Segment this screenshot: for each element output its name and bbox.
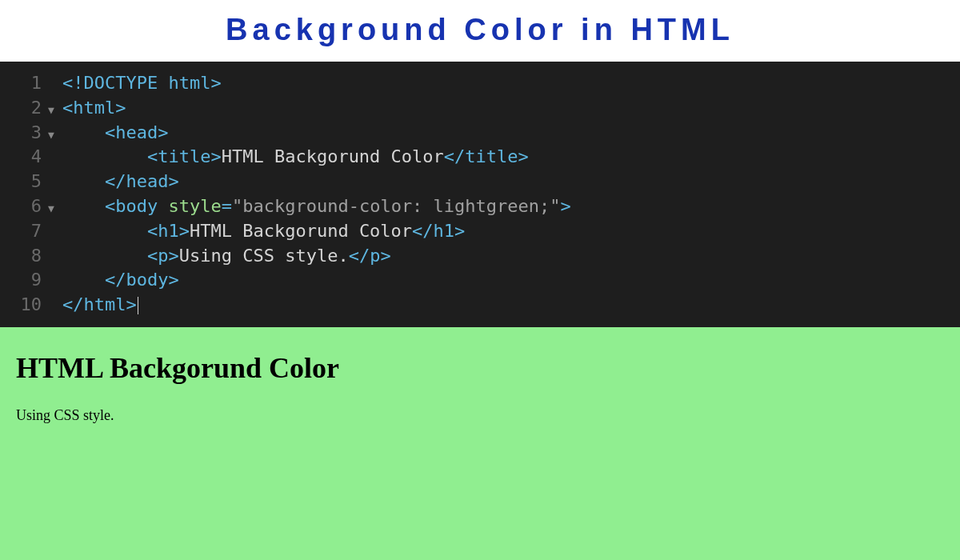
line-number: 10 <box>0 293 48 318</box>
code-line[interactable]: 8 <p>Using CSS style.</p> <box>0 244 960 269</box>
code-line[interactable]: 1<!DOCTYPE html> <box>0 71 960 96</box>
line-number: 1 <box>0 71 48 96</box>
code-content[interactable]: <h1>HTML Backgorund Color</h1> <box>62 219 465 244</box>
rendered-preview: HTML Backgorund Color Using CSS style. <box>0 327 960 560</box>
fold-icon[interactable]: ▼ <box>48 128 62 142</box>
line-number: 8 <box>0 244 48 269</box>
code-content[interactable]: <p>Using CSS style.</p> <box>62 244 391 269</box>
line-number: 9 <box>0 268 48 293</box>
code-content[interactable]: <head> <box>62 121 168 146</box>
line-number: 7 <box>0 219 48 244</box>
code-line[interactable]: 3▼ <head> <box>0 121 960 146</box>
line-number: 3 <box>0 121 48 146</box>
code-editor[interactable]: 1<!DOCTYPE html>2▼<html>3▼ <head>4 <titl… <box>0 62 960 327</box>
code-content[interactable]: </html> <box>62 293 138 318</box>
line-number: 6 <box>0 194 48 219</box>
code-line[interactable]: 5 </head> <box>0 170 960 194</box>
code-content[interactable]: <body style="background-color: lightgree… <box>62 194 571 219</box>
page-title: Background Color in HTML <box>0 13 960 47</box>
code-line[interactable]: 2▼<html> <box>0 96 960 121</box>
line-number: 5 <box>0 170 48 194</box>
line-number: 4 <box>0 145 48 170</box>
text-cursor <box>138 297 138 314</box>
code-content[interactable]: </body> <box>62 268 179 293</box>
line-number: 2 <box>0 96 48 121</box>
code-content[interactable]: </head> <box>62 170 179 194</box>
page-header: Background Color in HTML <box>0 0 960 62</box>
code-content[interactable]: <!DOCTYPE html> <box>62 71 222 96</box>
code-line[interactable]: 6▼ <body style="background-color: lightg… <box>0 194 960 219</box>
code-content[interactable]: <html> <box>62 96 126 121</box>
fold-icon[interactable]: ▼ <box>48 202 62 216</box>
code-content[interactable]: <title>HTML Backgorund Color</title> <box>62 145 529 170</box>
code-line[interactable]: 10</html> <box>0 293 960 318</box>
fold-icon[interactable]: ▼ <box>48 103 62 118</box>
preview-heading: HTML Backgorund Color <box>16 351 944 385</box>
code-line[interactable]: 9 </body> <box>0 268 960 293</box>
preview-paragraph: Using CSS style. <box>16 407 944 424</box>
code-line[interactable]: 4 <title>HTML Backgorund Color</title> <box>0 145 960 170</box>
code-line[interactable]: 7 <h1>HTML Backgorund Color</h1> <box>0 219 960 244</box>
